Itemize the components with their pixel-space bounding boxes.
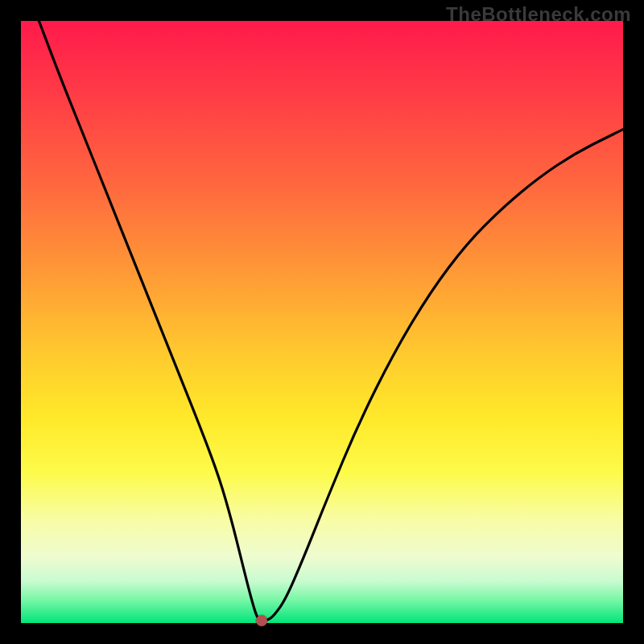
- min-marker-dot: [256, 615, 267, 626]
- curve-path: [39, 21, 623, 621]
- curve-svg: [21, 21, 623, 623]
- plot-area: [21, 21, 623, 623]
- chart-frame: TheBottleneck.com: [0, 0, 644, 644]
